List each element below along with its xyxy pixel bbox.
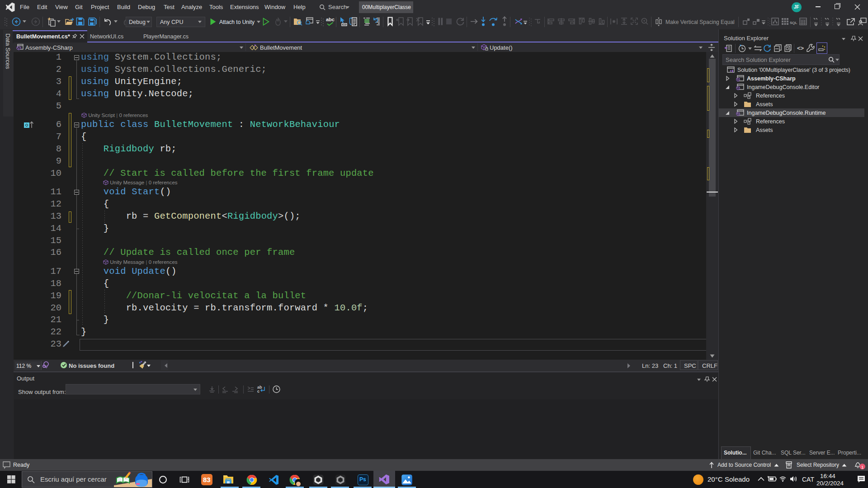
- svg-text:c: c: [257, 389, 259, 394]
